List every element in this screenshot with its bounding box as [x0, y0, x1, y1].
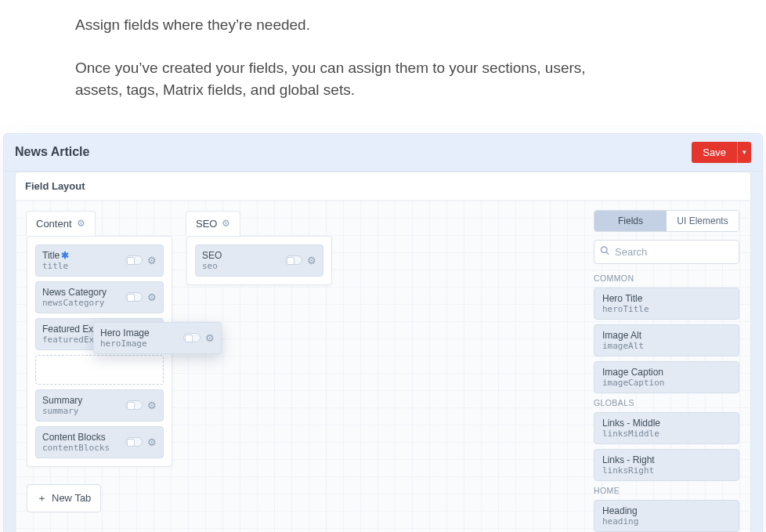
plus-icon: ＋	[37, 491, 47, 505]
field-label: Image Alt	[602, 330, 731, 341]
group-label-home: HOME	[594, 486, 739, 495]
width-toggle[interactable]	[125, 255, 143, 265]
required-star-icon: ✱	[61, 250, 69, 261]
tab-header-content[interactable]: Content ⚙	[26, 211, 96, 236]
tab-name: SEO	[196, 218, 217, 230]
field-label: Hero Title	[602, 293, 731, 304]
field-handle: linksRight	[602, 465, 731, 476]
field-label: Content Blocks	[42, 432, 125, 443]
field-handle: newsCategory	[42, 298, 125, 308]
panel-title: Field Layout	[16, 172, 750, 201]
new-tab-button[interactable]: ＋ New Tab	[27, 484, 101, 512]
field-handle: linksMiddle	[602, 429, 731, 439]
field-handle: imageAlt	[602, 341, 731, 351]
field-chip-content-blocks[interactable]: Content Blocks contentBlocks ⚙	[35, 426, 164, 458]
width-toggle[interactable]	[125, 437, 143, 447]
library-field-hero-title[interactable]: Hero Title heroTitle	[594, 288, 739, 320]
field-chip-seo[interactable]: SEO seo ⚙	[195, 244, 323, 277]
group-label-globals: GLOBALS	[594, 398, 739, 407]
save-dropdown-button[interactable]: ▾	[737, 142, 751, 163]
gear-icon[interactable]: ⚙	[147, 292, 157, 302]
field-handle: heroImage	[100, 338, 150, 349]
gear-icon[interactable]: ⚙	[77, 219, 85, 228]
intro-line-2: Once you’ve created your fields, you can…	[75, 57, 627, 102]
field-handle: imageCaption	[602, 378, 731, 388]
field-label: Hero Image	[100, 328, 150, 338]
field-label: Links - Right	[602, 454, 731, 465]
field-layout-panel: Field Layout Content ⚙	[15, 172, 751, 533]
search-icon	[600, 246, 609, 258]
chevron-down-icon: ▾	[743, 148, 746, 156]
field-chip-news-category[interactable]: News Category newsCategory ⚙	[35, 281, 164, 313]
library-field-image-caption[interactable]: Image Caption imageCaption	[594, 361, 739, 393]
drop-placeholder[interactable]	[35, 355, 164, 385]
library-field-image-alt[interactable]: Image Alt imageAlt	[594, 324, 739, 356]
field-handle: contentBlocks	[42, 443, 125, 453]
layout-tab-seo: SEO ⚙ SEO seo	[186, 212, 332, 285]
field-handle: summary	[42, 406, 125, 416]
width-toggle[interactable]	[183, 333, 201, 342]
field-label: Links - Middle	[602, 418, 731, 429]
layout-canvas[interactable]: Content ⚙ Title✱ title	[16, 201, 594, 523]
width-toggle[interactable]	[125, 400, 143, 410]
save-button-group: Save ▾	[692, 142, 751, 163]
save-button[interactable]: Save	[692, 142, 737, 163]
field-label: Title	[42, 250, 60, 261]
intro-line-1: Assign fields where they’re needed.	[75, 14, 627, 37]
page-title: News Article	[15, 145, 89, 159]
segment-fields[interactable]: Fields	[594, 211, 667, 231]
gear-icon[interactable]: ⚙	[147, 255, 157, 266]
field-handle: heroTitle	[602, 304, 731, 314]
tab-header-seo[interactable]: SEO ⚙	[186, 211, 240, 236]
library-field-heading[interactable]: Heading heading	[594, 500, 739, 532]
gear-icon[interactable]: ⚙	[222, 219, 230, 228]
panel-body: Content ⚙ Title✱ title	[16, 201, 750, 533]
library-field-links-right[interactable]: Links - Right linksRight	[594, 449, 739, 481]
library-field-links-middle[interactable]: Links - Middle linksMiddle	[594, 412, 739, 444]
tab-name: Content	[36, 218, 72, 230]
field-handle: heading	[602, 516, 731, 527]
field-label: Heading	[602, 505, 731, 516]
svg-line-1	[606, 252, 609, 255]
app-window: News Article Save ▾ Field Layout Content	[3, 133, 763, 533]
sidebar-segmented-tabs: Fields UI Elements	[594, 210, 739, 232]
field-label: SEO	[202, 250, 285, 261]
width-toggle[interactable]	[125, 292, 143, 302]
search-input[interactable]	[594, 240, 739, 264]
gear-icon[interactable]: ⚙	[205, 333, 215, 343]
field-label: Image Caption	[602, 367, 731, 378]
segment-ui-elements[interactable]: UI Elements	[667, 211, 739, 231]
group-label-common: COMMON	[594, 273, 739, 283]
field-label: Summary	[42, 395, 125, 406]
field-handle: title	[42, 261, 125, 271]
intro-copy: Assign fields where they’re needed. Once…	[0, 0, 627, 102]
gear-icon[interactable]: ⚙	[307, 255, 316, 266]
field-label: News Category	[42, 287, 125, 298]
app-header: News Article Save ▾	[4, 134, 762, 172]
width-toggle[interactable]	[285, 255, 302, 265]
field-chip-summary[interactable]: Summary summary ⚙	[35, 389, 164, 422]
field-library-sidebar: Fields UI Elements COMMON Hero Title her…	[594, 201, 750, 533]
field-chip-title[interactable]: Title✱ title ⚙	[35, 244, 164, 277]
field-handle: seo	[202, 261, 285, 271]
dragging-field-chip[interactable]: Hero Image heroImage ⚙	[93, 322, 222, 354]
svg-point-0	[602, 247, 608, 253]
gear-icon[interactable]: ⚙	[147, 437, 157, 447]
search-wrap	[594, 240, 739, 264]
gear-icon[interactable]: ⚙	[147, 400, 157, 411]
new-tab-label: New Tab	[52, 492, 91, 504]
